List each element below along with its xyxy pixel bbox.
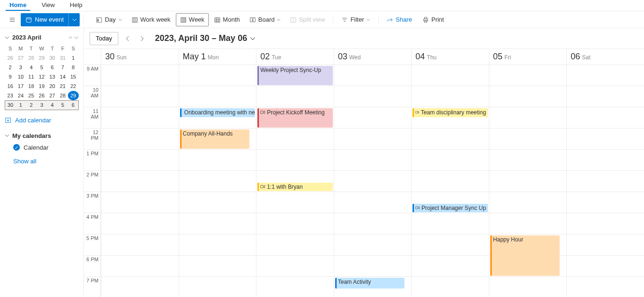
time-slot[interactable] xyxy=(412,171,489,192)
time-slot[interactable] xyxy=(334,192,412,213)
time-slot[interactable] xyxy=(567,192,644,213)
time-slot[interactable] xyxy=(567,150,644,171)
time-slot[interactable] xyxy=(567,256,644,277)
day-header[interactable]: May 1Mon xyxy=(179,49,256,64)
time-slot[interactable] xyxy=(489,128,567,150)
mini-day[interactable]: 23 xyxy=(5,91,16,100)
date-range-title[interactable]: 2023, April 30 – May 06 xyxy=(155,33,256,43)
time-slot[interactable] xyxy=(567,213,644,234)
time-slot[interactable] xyxy=(489,213,567,234)
time-slot[interactable] xyxy=(101,65,179,86)
time-slot[interactable] xyxy=(101,107,179,128)
mini-day[interactable]: 1 xyxy=(68,53,78,63)
time-slot[interactable] xyxy=(334,65,412,86)
day-header[interactable]: 02Tue xyxy=(256,49,334,64)
mini-day[interactable]: 30 xyxy=(5,100,16,110)
time-slot[interactable] xyxy=(101,192,179,213)
time-slot[interactable] xyxy=(334,256,412,277)
new-event-button[interactable]: New event xyxy=(21,13,68,26)
time-slot[interactable] xyxy=(334,213,412,234)
view-workweek[interactable]: Work week xyxy=(127,13,175,26)
mini-day[interactable]: 22 xyxy=(68,81,78,91)
mini-day[interactable]: 31 xyxy=(58,53,68,63)
mini-day[interactable]: 2 xyxy=(26,100,36,110)
mini-day[interactable]: 4 xyxy=(26,63,36,72)
time-slot[interactable] xyxy=(101,128,179,150)
time-slot[interactable] xyxy=(567,65,644,86)
today-button[interactable]: Today xyxy=(90,32,118,45)
day-header[interactable]: 05Fri xyxy=(489,49,567,64)
time-slot[interactable] xyxy=(567,128,644,150)
time-slot[interactable] xyxy=(412,128,489,150)
mini-day[interactable]: 14 xyxy=(58,72,68,81)
time-slot[interactable] xyxy=(567,107,644,128)
mini-day[interactable]: 19 xyxy=(36,81,47,91)
mini-next-month[interactable] xyxy=(74,35,79,40)
time-slot[interactable] xyxy=(256,277,334,297)
time-slot[interactable] xyxy=(334,107,412,128)
time-slot[interactable] xyxy=(412,65,489,86)
mini-day[interactable]: 28 xyxy=(58,91,68,100)
calendar-event[interactable]: Team Activity xyxy=(335,278,405,289)
calendar-event[interactable]: Team disciplinary meeting xyxy=(413,108,488,117)
day-header[interactable]: 04Thu xyxy=(411,49,489,64)
time-slot[interactable] xyxy=(101,150,179,171)
time-slot[interactable] xyxy=(179,213,256,234)
show-all-link[interactable]: Show all xyxy=(5,158,79,165)
filter-button[interactable]: Filter xyxy=(337,13,374,26)
time-slot[interactable] xyxy=(412,213,489,234)
day-header[interactable]: 30Sun xyxy=(101,49,179,64)
time-slot[interactable] xyxy=(179,256,256,277)
view-month[interactable]: Month xyxy=(210,13,244,26)
view-board[interactable]: Board xyxy=(245,13,285,26)
mini-day[interactable]: 9 xyxy=(5,72,16,81)
mini-day[interactable]: 27 xyxy=(47,91,58,100)
time-slot[interactable] xyxy=(101,86,179,107)
mini-day[interactable]: 20 xyxy=(47,81,58,91)
day-column-sat[interactable] xyxy=(566,65,644,297)
mini-day[interactable]: 27 xyxy=(16,53,26,63)
time-slot[interactable] xyxy=(412,234,489,256)
time-slot[interactable] xyxy=(101,256,179,277)
mini-day[interactable]: 17 xyxy=(16,81,26,91)
calendar-event[interactable]: Project Manager Sync Up xyxy=(413,204,488,213)
day-column-wed[interactable]: Team Activity xyxy=(334,65,412,297)
calendar-item[interactable]: ✓ Calendar xyxy=(5,144,79,151)
new-event-dropdown[interactable] xyxy=(68,13,80,26)
mini-day[interactable]: 8 xyxy=(68,63,78,72)
mini-day[interactable]: 6 xyxy=(68,100,78,110)
mini-day[interactable]: 21 xyxy=(58,81,68,91)
time-slot[interactable] xyxy=(179,277,256,297)
time-slot[interactable] xyxy=(256,128,334,150)
time-slot[interactable] xyxy=(489,65,567,86)
time-slot[interactable] xyxy=(334,150,412,171)
time-slot[interactable] xyxy=(179,65,256,86)
time-slot[interactable] xyxy=(489,277,567,297)
time-slot[interactable] xyxy=(334,234,412,256)
time-slot[interactable] xyxy=(179,192,256,213)
calendar-grid[interactable]: 9 AM10 AM11 AM12 PM1 PM2 PM3 PM4 PM5 PM6… xyxy=(84,65,644,297)
mini-day[interactable]: 30 xyxy=(47,53,58,63)
time-slot[interactable] xyxy=(256,86,334,107)
mini-day[interactable]: 3 xyxy=(36,100,47,110)
time-slot[interactable] xyxy=(256,256,334,277)
time-slot[interactable] xyxy=(179,150,256,171)
mini-day[interactable]: 13 xyxy=(47,72,58,81)
mini-day[interactable]: 12 xyxy=(36,72,47,81)
calendar-event[interactable]: Onboarding meeting with ne xyxy=(180,108,256,117)
mini-day[interactable]: 10 xyxy=(16,72,26,81)
time-slot[interactable] xyxy=(334,128,412,150)
mini-day[interactable]: 25 xyxy=(26,91,36,100)
day-column-sun[interactable] xyxy=(101,65,179,297)
time-slot[interactable] xyxy=(412,256,489,277)
mini-day[interactable]: 1 xyxy=(16,100,26,110)
mini-prev-month[interactable] xyxy=(67,35,72,40)
time-slot[interactable] xyxy=(179,171,256,192)
prev-week[interactable] xyxy=(123,32,132,45)
time-slot[interactable] xyxy=(567,234,644,256)
mini-day[interactable]: 4 xyxy=(47,100,58,110)
time-slot[interactable] xyxy=(489,86,567,107)
mini-day[interactable]: 29 xyxy=(68,91,78,100)
time-slot[interactable] xyxy=(412,277,489,297)
time-slot[interactable] xyxy=(101,213,179,234)
